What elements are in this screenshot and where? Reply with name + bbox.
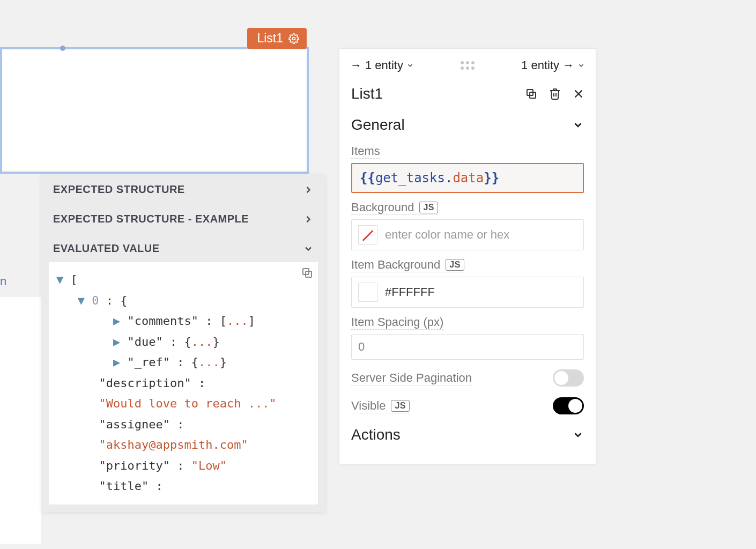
evaluated-value-body: ▼ [ ▼ 0 : { ▶ "comments" : [...] ▶ "due"…: [49, 262, 318, 505]
chevron-down-icon: [572, 119, 584, 131]
evaluated-value-label: EVALUATED VALUE: [53, 242, 160, 255]
widget-selection-label-text: List1: [257, 31, 283, 46]
js-toggle-badge[interactable]: JS: [419, 202, 438, 213]
chevron-right-icon: [303, 214, 314, 225]
chevron-down-icon: [572, 429, 584, 441]
item-spacing-input-wrap[interactable]: 0: [351, 334, 584, 360]
label-visible: Visible: [351, 399, 386, 413]
field-server-side-pagination: Server Side Pagination: [339, 362, 596, 390]
items-binding-object: get_tasks: [375, 170, 445, 186]
item-background-input-wrap[interactable]: #FFFFFF: [351, 277, 584, 308]
chevron-down-icon: [303, 243, 314, 254]
widget-selection-label[interactable]: List1: [247, 28, 307, 49]
property-title-row: List1: [339, 78, 596, 108]
label-items: Items: [351, 144, 380, 159]
expected-structure-example-label: EXPECTED STRUCTURE - EXAMPLE: [53, 213, 249, 225]
outgoing-entity-link[interactable]: 1 entity →: [521, 58, 585, 72]
chevron-right-icon: [303, 184, 314, 195]
js-toggle-badge[interactable]: JS: [446, 259, 464, 271]
tree-colon-brace: : {: [99, 294, 128, 307]
incoming-entity-count: 1 entity: [365, 58, 403, 72]
tree-collapse-icon[interactable]: ▼: [56, 273, 71, 286]
label-background: Background: [351, 201, 414, 214]
copy-widget-button[interactable]: [525, 87, 538, 100]
delete-widget-button[interactable]: [549, 87, 561, 100]
tree-expand-icon[interactable]: ▶: [113, 335, 128, 348]
toggle-visible[interactable]: [553, 397, 584, 414]
color-swatch-none[interactable]: [358, 225, 377, 244]
close-panel-button[interactable]: [572, 87, 585, 100]
items-code-input[interactable]: {{get_tasks.data}}: [351, 163, 584, 193]
tree-key: "description": [99, 376, 191, 390]
section-actions-header[interactable]: Actions: [339, 418, 596, 449]
resize-handle-top[interactable]: [60, 46, 65, 51]
field-item-background: Item Background JS #FFFFFF: [339, 253, 596, 310]
expected-structure-header[interactable]: EXPECTED STRUCTURE: [41, 174, 325, 203]
section-actions-label: Actions: [351, 426, 401, 443]
field-visible: Visible JS: [339, 390, 596, 418]
expected-structure-label: EXPECTED STRUCTURE: [53, 183, 185, 196]
tree-value: "Low": [191, 459, 227, 472]
background-color-input-wrap[interactable]: [351, 219, 584, 250]
tree-key: "assignee": [99, 418, 169, 431]
label-item-background: Item Background: [351, 258, 440, 272]
incoming-entity-link[interactable]: → 1 entity: [350, 58, 414, 72]
color-swatch-white[interactable]: [358, 283, 377, 302]
chevron-down-icon: [577, 62, 585, 69]
evaluation-popup: EXPECTED STRUCTURE EXPECTED STRUCTURE - …: [41, 174, 325, 512]
toggle-server-side-pagination[interactable]: [553, 369, 584, 387]
arrow-right-icon: →: [350, 58, 362, 72]
tree-bracket: [: [71, 273, 78, 286]
evaluated-value-header[interactable]: EVALUATED VALUE: [41, 233, 325, 262]
background-color-input[interactable]: [385, 228, 577, 242]
tree-key: "title": [99, 479, 149, 493]
tree-key: "priority": [99, 459, 169, 472]
field-background: Background JS: [339, 195, 596, 253]
js-toggle-badge[interactable]: JS: [391, 400, 410, 412]
field-item-spacing: Item Spacing (px) 0: [339, 310, 596, 362]
gear-icon: [288, 33, 299, 44]
arrow-right-icon: →: [562, 58, 574, 72]
widget-name-title[interactable]: List1: [351, 85, 383, 102]
label-item-spacing: Item Spacing (px): [351, 315, 443, 330]
copy-icon[interactable]: [301, 266, 314, 279]
expected-structure-example-header[interactable]: EXPECTED STRUCTURE - EXAMPLE: [41, 203, 325, 233]
tree-key: "due": [127, 335, 162, 348]
outgoing-entity-count: 1 entity: [521, 58, 559, 72]
canvas-list-widget[interactable]: [0, 47, 309, 174]
tree-key: "comments": [127, 314, 198, 328]
item-background-value: #FFFFFF: [385, 285, 435, 299]
chevron-down-icon: [406, 62, 414, 69]
tree-value: "Would love to reach ...": [99, 397, 276, 410]
tree-collapse-icon[interactable]: ▼: [78, 294, 92, 307]
item-spacing-value: 0: [358, 340, 365, 354]
tree-key: "_ref": [127, 355, 169, 369]
canvas-background-strip: [0, 297, 41, 544]
label-server-side-pagination: Server Side Pagination: [351, 371, 472, 385]
property-pane-topbar: → 1 entity 1 entity →: [339, 49, 596, 78]
tree-expand-icon[interactable]: ▶: [113, 355, 128, 369]
items-binding-prop: data: [453, 170, 484, 186]
drag-handle-icon[interactable]: [461, 61, 475, 70]
section-general-label: General: [351, 116, 405, 133]
tree-index: 0: [92, 294, 99, 307]
tree-expand-icon[interactable]: ▶: [113, 314, 128, 328]
svg-point-0: [293, 37, 295, 40]
tree-value: "akshay@appsmith.com": [99, 438, 248, 451]
truncated-text-left: n: [0, 274, 6, 288]
property-pane: → 1 entity 1 entity → List1 General: [339, 48, 596, 464]
field-items: Items {{get_tasks.data}}: [339, 139, 596, 195]
section-general-header[interactable]: General: [339, 108, 596, 139]
